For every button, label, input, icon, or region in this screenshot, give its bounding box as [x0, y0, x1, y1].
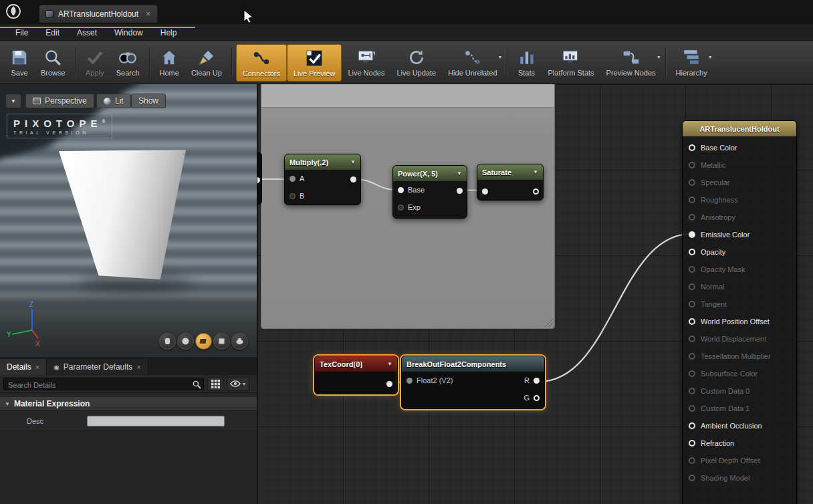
- preview-shape-mesh-button[interactable]: [231, 333, 248, 350]
- node-multiply[interactable]: Multiply(,2) ▼ A B: [284, 154, 361, 205]
- comment-resize-handle[interactable]: [544, 318, 553, 327]
- material-pin-normal[interactable]: Normal: [683, 278, 796, 295]
- input-pin-icon[interactable]: [398, 205, 404, 211]
- live-update-toggle-button[interactable]: Live Update: [390, 44, 442, 82]
- pin-power-exp[interactable]: Exp: [393, 199, 467, 216]
- search-icon: [118, 46, 137, 69]
- pin-circle-icon: [689, 179, 695, 186]
- perspective-button[interactable]: Perspective: [25, 94, 94, 108]
- material-pin-opacity[interactable]: Opacity: [683, 243, 796, 261]
- saturate-output-pin-icon[interactable]: [533, 188, 539, 195]
- pin-breakout-float2-input[interactable]: Float2 (V2) R: [402, 372, 544, 389]
- browse-button[interactable]: Browse: [35, 44, 72, 82]
- material-pin-pixel-depth-offset[interactable]: Pixel Depth Offset: [683, 452, 796, 469]
- lit-mode-button[interactable]: Lit: [96, 94, 131, 108]
- document-tab[interactable]: ARTranslucentHoldout ×: [39, 5, 158, 23]
- material-result-node[interactable]: ARTranslucentHoldout Base Color Metallic…: [682, 120, 797, 504]
- node-breakout-float2[interactable]: BreakOutFloat2Components Float2 (V2) R G: [401, 356, 545, 409]
- material-pin-refraction[interactable]: Refraction: [683, 434, 796, 452]
- node-collapse-icon[interactable]: ▼: [533, 169, 538, 175]
- search-details-input[interactable]: [4, 379, 203, 390]
- texcoord-output-pin-icon[interactable]: [386, 381, 392, 387]
- hide-unrelated-dropdown-icon[interactable]: ▼: [498, 55, 503, 59]
- pin-multiply-a[interactable]: A: [285, 170, 360, 187]
- details-panel: Details × ◉ Parameter Defaults × ▼ ▼ Mat…: [0, 358, 257, 504]
- tab-close-icon[interactable]: ×: [146, 9, 150, 19]
- axis-z-label: Z: [29, 301, 33, 308]
- material-pin-custom-data-1[interactable]: Custom Data 1: [683, 400, 796, 417]
- power-output-pin-icon[interactable]: [457, 188, 463, 194]
- preview-viewport[interactable]: ▼ Perspective Lit Show PIXOTOPE® TRIAL V…: [0, 84, 257, 358]
- view-filter-button[interactable]: ▼: [227, 377, 249, 391]
- material-expression-section-header[interactable]: ▼ Material Expression: [0, 397, 257, 411]
- tab-details-close-icon[interactable]: ×: [35, 363, 39, 371]
- material-pin-world-position-offset[interactable]: World Position Offset: [683, 313, 796, 330]
- material-pin-shading-model[interactable]: Shading Model: [683, 469, 796, 487]
- material-pin-tessellation-multiplier[interactable]: Tessellation Multiplier: [683, 348, 796, 365]
- material-pin-emissive-color[interactable]: Emissive Color: [683, 226, 796, 243]
- input-pin-icon[interactable]: [406, 378, 413, 384]
- teapot-icon: [235, 337, 244, 346]
- hide-unrelated-toggle-button[interactable]: Hide Unrelated ▼: [442, 44, 503, 82]
- live-preview-toggle-button[interactable]: Live Preview: [287, 44, 342, 82]
- show-menu-button[interactable]: Show: [131, 94, 166, 108]
- home-button[interactable]: Home: [154, 44, 185, 82]
- multiply-output-pin-icon[interactable]: [350, 176, 356, 182]
- output-pin-icon[interactable]: [534, 395, 540, 401]
- node-collapse-icon[interactable]: ▼: [457, 170, 462, 176]
- material-graph-canvas[interactable]: Multiply(,2) ▼ A B Power(X, 5) ▼ Base Ex…: [257, 84, 813, 504]
- cube-icon: [217, 337, 226, 346]
- output-pin-icon[interactable]: [534, 378, 540, 384]
- property-matrix-button[interactable]: [207, 377, 223, 391]
- material-pin-subsurface-color[interactable]: Subsurface Color: [683, 365, 796, 382]
- material-pin-roughness[interactable]: Roughness: [683, 191, 796, 209]
- material-pin-metallic[interactable]: Metallic: [683, 156, 796, 174]
- input-pin-icon[interactable]: [289, 193, 296, 199]
- node-collapse-icon[interactable]: ▼: [350, 159, 356, 165]
- desc-input[interactable]: [87, 416, 225, 426]
- material-pin-anisotropy[interactable]: Anisotropy: [683, 209, 796, 226]
- live-nodes-toggle-button[interactable]: Live Nodes: [342, 44, 390, 82]
- pin-breakout-r[interactable]: R: [524, 376, 540, 384]
- material-pin-tangent[interactable]: Tangent: [683, 295, 796, 313]
- hierarchy-dropdown-icon[interactable]: ▼: [708, 55, 713, 59]
- material-pin-opacity-mask[interactable]: Opacity Mask: [683, 261, 796, 278]
- save-button[interactable]: Save: [4, 44, 35, 82]
- pin-breakout-g[interactable]: G: [524, 394, 540, 402]
- output-pin-icon[interactable]: [257, 177, 260, 183]
- node-power[interactable]: Power(X, 5) ▼ Base Exp: [392, 165, 467, 219]
- node-collapse-icon[interactable]: ▼: [387, 361, 392, 367]
- preview-shape-plane-button[interactable]: [195, 333, 212, 350]
- preview-shape-sphere-button[interactable]: [177, 333, 194, 350]
- apply-button[interactable]: Apply: [80, 44, 110, 82]
- material-pin-world-displacement[interactable]: World Displacement: [683, 330, 796, 348]
- node-partially-offscreen[interactable]: [257, 152, 262, 205]
- platform-stats-button[interactable]: Platform Stats: [542, 44, 600, 82]
- search-button[interactable]: Search: [110, 44, 146, 82]
- hierarchy-button[interactable]: Hierarchy ▼: [670, 44, 713, 82]
- material-pin-custom-data-0[interactable]: Custom Data 0: [683, 382, 796, 400]
- comment-box-header[interactable]: [261, 84, 554, 108]
- connectors-toggle-button[interactable]: Connectors: [236, 44, 287, 82]
- live-preview-icon: [305, 47, 324, 70]
- pin-multiply-b[interactable]: B: [285, 187, 360, 205]
- tab-parameter-defaults-close-icon[interactable]: ×: [136, 363, 140, 371]
- input-pin-icon[interactable]: [289, 176, 296, 182]
- preview-nodes-dropdown-icon[interactable]: ▼: [657, 55, 661, 59]
- tab-parameter-defaults[interactable]: ◉ Parameter Defaults ×: [47, 359, 148, 375]
- viewport-options-dropdown[interactable]: ▼: [5, 94, 21, 108]
- stats-toggle-button[interactable]: Stats: [511, 44, 542, 82]
- tab-details[interactable]: Details ×: [0, 359, 47, 375]
- preview-shape-cylinder-button[interactable]: [159, 333, 176, 350]
- material-pin-specular[interactable]: Specular: [683, 174, 796, 191]
- node-texcoord[interactable]: TexCoord[0] ▼: [314, 356, 398, 394]
- preview-nodes-button[interactable]: Preview Nodes ▼: [600, 44, 662, 82]
- input-pin-icon[interactable]: [398, 187, 404, 193]
- preview-shape-cube-button[interactable]: [213, 333, 230, 350]
- material-pin-ambient-occlusion[interactable]: Ambient Occlusion: [683, 417, 796, 434]
- pin-power-base[interactable]: Base: [393, 181, 467, 199]
- saturate-input-pin-icon[interactable]: [482, 188, 488, 195]
- clean-up-button[interactable]: Clean Up: [185, 44, 228, 82]
- node-saturate[interactable]: Saturate ▼: [477, 164, 544, 201]
- material-pin-base-color[interactable]: Base Color: [683, 139, 796, 156]
